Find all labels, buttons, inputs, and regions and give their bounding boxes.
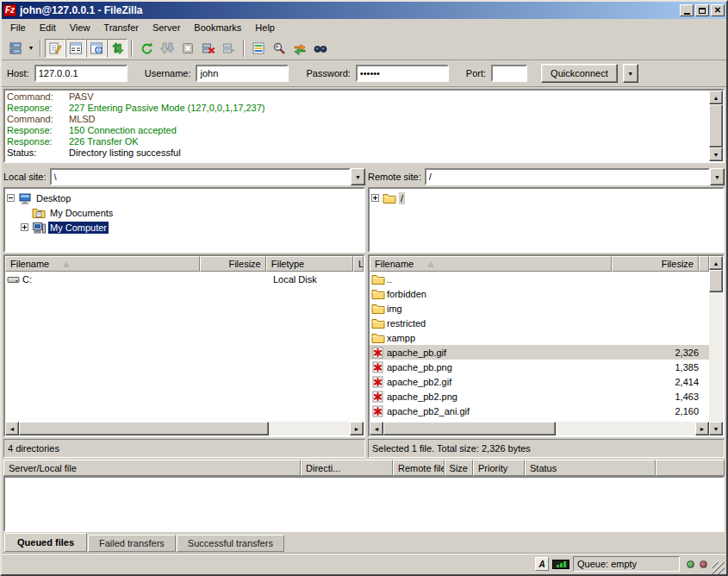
minimize-button[interactable]: [680, 4, 694, 16]
column-status[interactable]: Status: [525, 460, 656, 476]
site-manager-button[interactable]: [5, 39, 26, 58]
scroll-left-icon[interactable]: ◄: [5, 422, 19, 435]
log-scrollbar[interactable]: ▲ ▼: [709, 91, 723, 161]
refresh-button[interactable]: [136, 39, 157, 58]
port-input[interactable]: [491, 65, 527, 82]
menu-view[interactable]: View: [63, 21, 97, 34]
toggle-queue-button[interactable]: [107, 39, 128, 58]
site-manager-dropdown[interactable]: ▼: [26, 39, 36, 58]
queue-list[interactable]: [3, 476, 725, 532]
menu-file[interactable]: File: [3, 21, 33, 34]
column-remote-file[interactable]: Remote file: [393, 460, 445, 476]
column-filesize[interactable]: Filesize: [200, 256, 265, 272]
column-filename[interactable]: Filename: [370, 256, 612, 272]
scroll-up-icon[interactable]: ▲: [709, 91, 723, 104]
local-horizontal-scrollbar[interactable]: ◄ ►: [5, 422, 364, 435]
toggle-local-tree-button[interactable]: [65, 39, 86, 58]
folder-icon: [371, 332, 385, 344]
scroll-left-icon[interactable]: ◄: [370, 422, 383, 435]
find-files-icon: [314, 41, 327, 55]
scroll-right-icon[interactable]: ►: [350, 422, 364, 435]
remote-row-parent-dir[interactable]: ..: [370, 272, 709, 286]
tree-item-my-computer[interactable]: My Computer: [7, 220, 362, 235]
drive-icon: [7, 273, 21, 285]
column-server-local-file[interactable]: Server/Local file: [3, 460, 301, 476]
scroll-right-icon[interactable]: ►: [695, 422, 709, 435]
scroll-up-icon[interactable]: ▲: [709, 256, 723, 270]
menu-help[interactable]: Help: [248, 21, 282, 34]
username-input[interactable]: [196, 65, 289, 82]
maximize-button[interactable]: [695, 4, 709, 16]
host-label: Host:: [7, 68, 29, 78]
quickconnect-button[interactable]: Quickconnect: [541, 64, 618, 83]
scroll-thumb[interactable]: [383, 422, 556, 435]
resize-grip[interactable]: [712, 562, 725, 574]
compare-directories-icon: [272, 41, 286, 55]
scroll-down-icon[interactable]: ▼: [709, 422, 723, 435]
column-filesize[interactable]: Filesize: [612, 256, 699, 272]
quickconnect-dropdown[interactable]: ▼: [623, 64, 638, 83]
menu-server[interactable]: Server: [146, 21, 187, 34]
remote-row-apache-pb2-png[interactable]: apache_pb2.png 1,463: [370, 389, 709, 404]
remote-site-input[interactable]: [425, 168, 710, 185]
directory-filter-button[interactable]: [248, 39, 269, 58]
scroll-thumb[interactable]: [709, 270, 723, 292]
local-tree: Desktop My Documents My Computer: [3, 187, 365, 253]
compare-directories-button[interactable]: [269, 39, 289, 58]
column-direction[interactable]: Directi...: [301, 460, 393, 476]
password-input[interactable]: [356, 65, 449, 82]
tree-item-my-documents[interactable]: My Documents: [7, 205, 362, 220]
scroll-thumb[interactable]: [709, 104, 723, 147]
disconnect-button[interactable]: [198, 39, 219, 58]
remote-row-xampp[interactable]: xampp: [370, 330, 709, 345]
column-filename[interactable]: Filename: [5, 256, 200, 272]
synchronized-browsing-button[interactable]: [289, 39, 310, 58]
local-site-input[interactable]: [50, 168, 351, 185]
menu-edit[interactable]: Edit: [33, 21, 63, 34]
toolbar-separator: [243, 40, 245, 57]
remote-row-apache-pb2-gif[interactable]: apache_pb2.gif 2,414: [370, 374, 709, 389]
tab-failed-transfers[interactable]: Failed transfers: [88, 535, 176, 552]
expand-icon[interactable]: [21, 223, 28, 231]
find-files-button[interactable]: [310, 39, 331, 58]
tab-queued-files[interactable]: Queued files: [4, 533, 87, 552]
toggle-message-log-button[interactable]: [45, 39, 65, 58]
remote-row-restricted[interactable]: restricted: [370, 316, 709, 330]
close-button[interactable]: ✕: [711, 4, 725, 16]
column-last-modified[interactable]: L: [353, 256, 364, 272]
local-site-dropdown[interactable]: ▼: [351, 168, 365, 185]
image-file-icon: [371, 347, 385, 359]
column-priority[interactable]: Priority: [473, 460, 525, 476]
toolbar-separator: [131, 40, 133, 57]
process-queue-button[interactable]: [157, 39, 177, 58]
remote-row-apache-pb-png[interactable]: apache_pb.png 1,385: [370, 360, 709, 374]
local-row-c-drive[interactable]: C: Local Disk: [5, 272, 364, 286]
remote-row-apache-pb2-ani-gif[interactable]: apache_pb2_ani.gif 2,160: [370, 404, 709, 418]
expand-icon[interactable]: [371, 194, 379, 202]
tree-item-desktop[interactable]: Desktop: [7, 191, 362, 205]
reconnect-button[interactable]: [219, 39, 240, 58]
scroll-down-icon[interactable]: ▼: [709, 147, 723, 161]
remote-row-apache-pb-gif[interactable]: apache_pb.gif 2,326: [370, 345, 709, 360]
toggle-local-tree-icon: [69, 41, 83, 55]
column-filetype[interactable]: Filetype: [266, 256, 353, 272]
column-filler: [699, 256, 709, 272]
scroll-thumb[interactable]: [19, 422, 269, 435]
toggle-remote-tree-button[interactable]: [86, 39, 107, 58]
folder-icon: [371, 317, 385, 329]
column-size[interactable]: Size: [445, 460, 473, 476]
host-input[interactable]: [34, 65, 128, 82]
collapse-icon[interactable]: [7, 194, 15, 202]
menu-transfer[interactable]: Transfer: [96, 21, 146, 34]
remote-row-forbidden[interactable]: forbidden: [370, 286, 709, 301]
remote-row-img[interactable]: img: [370, 301, 709, 316]
remote-vertical-scrollbar[interactable]: ▲ ▼: [709, 256, 723, 435]
cancel-operation-button[interactable]: [177, 39, 198, 58]
menu-bookmarks[interactable]: Bookmarks: [187, 21, 248, 34]
app-icon[interactable]: Fz: [3, 4, 16, 16]
remote-site-dropdown[interactable]: ▼: [710, 168, 725, 185]
cancel-operation-icon: [181, 41, 195, 55]
tab-successful-transfers[interactable]: Successful transfers: [177, 535, 284, 552]
tree-item-root[interactable]: /: [371, 191, 721, 205]
remote-horizontal-scrollbar[interactable]: ◄ ►: [370, 422, 709, 435]
